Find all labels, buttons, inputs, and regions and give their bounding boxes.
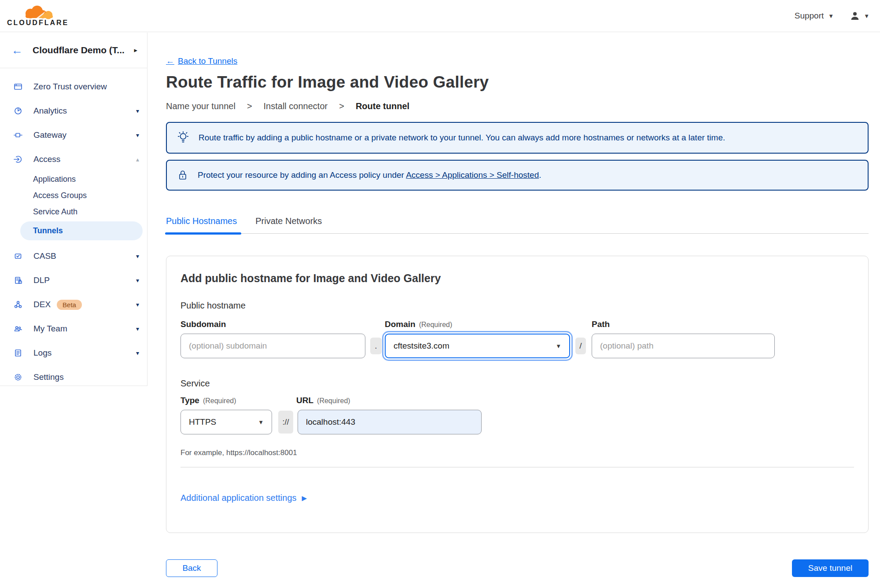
sidebar-item-zero-trust-overview[interactable]: Zero Trust overview [0,74,147,99]
domain-select-value: cftestsite3.com [394,341,449,351]
domain-select[interactable]: cftestsite3.com ▼ [385,334,570,358]
breadcrumb-steps: Name your tunnel > Install connector > R… [166,101,869,111]
main-content: ← Back to Tunnels Route Traffic for Imag… [147,33,880,588]
step-separator: > [339,101,344,111]
tab-private-networks[interactable]: Private Networks [255,216,322,233]
sidebar-item-gateway[interactable]: Gateway ▾ [0,123,147,147]
additional-application-settings-toggle[interactable]: Additional application settings ▶ [180,493,307,503]
info-banner-route-traffic: Route traffic by adding a public hostnam… [166,122,869,154]
type-select[interactable]: HTTPS ▼ [180,410,272,434]
subdomain-label: Subdomain [180,320,226,329]
sidebar-item-logs[interactable]: Logs ▾ [0,341,147,365]
support-menu[interactable]: Support ▼ [795,11,834,21]
service-section-label: Service [180,379,854,389]
beta-badge: Beta [57,300,82,310]
required-tag: (Required) [203,397,236,404]
url-label: URL [296,396,313,405]
chevron-down-icon: ▼ [828,13,834,19]
tunnels-active-pill[interactable]: Tunnels [20,221,143,240]
logs-icon [13,348,23,358]
chevron-up-icon: ▴ [136,156,139,163]
lightbulb-icon [177,131,189,144]
cloudflare-logo[interactable]: CLOUDFLARE [7,5,69,27]
tab-public-hostnames[interactable]: Public Hostnames [166,216,237,233]
required-tag: (Required) [419,321,453,328]
card-divider [180,467,854,467]
analytics-icon [13,106,23,116]
type-select-value: HTTPS [189,417,216,427]
required-tag: (Required) [317,397,350,404]
access-icon [13,154,23,164]
back-to-tunnels-link[interactable]: ← Back to Tunnels [166,56,237,66]
dot-separator: . [370,338,382,354]
card-heading: Add public hostname for Image and Video … [180,272,854,285]
chevron-right-icon[interactable]: ▸ [134,46,137,54]
chevron-down-icon: ▾ [136,107,139,114]
gear-icon [13,372,23,382]
type-label: Type [180,396,199,405]
chevron-down-icon: ▾ [136,301,139,308]
slash-separator: / [575,338,586,354]
sidebar-item-my-team[interactable]: My Team ▾ [0,316,147,341]
user-menu[interactable]: ▼ [850,11,869,21]
chevron-down-icon: ▾ [136,253,139,260]
url-example-text: For example, https://localhost:8001 [180,448,854,457]
sidebar-item-dlp[interactable]: DLP ▾ [0,268,147,292]
page-title: Route Traffic for Image and Video Galler… [166,73,869,92]
sidebar-item-tunnels[interactable]: Tunnels [0,221,147,240]
team-icon [13,324,23,334]
lock-icon [177,169,188,181]
sidebar-item-applications[interactable]: Applications [0,171,147,187]
back-button[interactable]: Back [166,559,217,577]
service-fields-row: HTTPS ▼ :// [180,410,854,434]
step-install-connector[interactable]: Install connector [264,101,328,111]
sidebar-item-access[interactable]: Access ▴ [0,147,147,171]
casb-icon [13,251,23,261]
overview-icon [13,82,23,92]
step-route-tunnel: Route tunnel [356,101,409,111]
domain-label: Domain [385,320,416,329]
user-icon [850,11,860,21]
public-hostname-card: Add public hostname for Image and Video … [166,256,869,533]
hostname-labels-row: Subdomain Domain(Required) Path [180,320,854,329]
sidebar-item-service-auth[interactable]: Service Auth [0,204,147,220]
back-arrow-icon[interactable]: ← [11,44,23,56]
sidebar-item-access-groups[interactable]: Access Groups [0,187,147,204]
step-separator: > [247,101,252,111]
banner-text: Route traffic by adding a public hostnam… [199,133,725,143]
banner-text: Protect your resource by adding an Acces… [198,170,541,180]
page: CLOUDFLARE Support ▼ ▼ ← Cloudflare Demo… [0,0,880,588]
chevron-down-icon: ▾ [136,277,139,284]
save-tunnel-button[interactable]: Save tunnel [792,559,869,577]
info-banner-access-policy: Protect your resource by adding an Acces… [166,160,869,191]
sidebar-item-dex[interactable]: DEXBeta ▾ [0,292,147,316]
access-applications-self-hosted-link[interactable]: Access > Applications > Self-hosted [406,170,539,180]
sidebar-item-casb[interactable]: CASB ▾ [0,244,147,268]
path-input[interactable] [592,334,775,358]
sidebar-item-analytics[interactable]: Analytics ▾ [0,99,147,123]
scheme-separator: :// [278,411,293,434]
caret-down-icon: ▼ [556,343,561,349]
sidebar: ← Cloudflare Demo (T... ▸ Zero Trust ove… [0,33,147,386]
public-hostname-section-label: Public hostname [180,301,854,311]
top-bar: CLOUDFLARE Support ▼ ▼ [0,0,880,32]
url-input[interactable] [298,410,482,434]
path-label: Path [592,320,610,329]
cloudflare-cloud-icon [18,5,58,20]
subdomain-input[interactable] [180,334,365,358]
tab-bar: Public Hostnames Private Networks [166,216,869,234]
arrow-right-icon: ▶ [302,494,307,502]
footer-actions: Back Save tunnel [166,559,869,577]
gateway-icon [13,130,23,140]
top-right-controls: Support ▼ ▼ [795,11,869,21]
account-name: Cloudflare Demo (T... [33,45,124,55]
sidebar-nav: Zero Trust overview Analytics ▾ Gateway … [0,68,147,389]
chevron-down-icon: ▼ [864,13,869,19]
chevron-down-icon: ▾ [136,349,139,356]
account-switcher[interactable]: ← Cloudflare Demo (T... ▸ [0,33,147,68]
step-name-your-tunnel[interactable]: Name your tunnel [166,101,236,111]
chevron-down-icon: ▾ [136,325,139,332]
back-arrow-icon: ← [166,56,174,66]
sidebar-item-settings[interactable]: Settings [0,365,147,389]
dlp-icon [13,276,23,285]
